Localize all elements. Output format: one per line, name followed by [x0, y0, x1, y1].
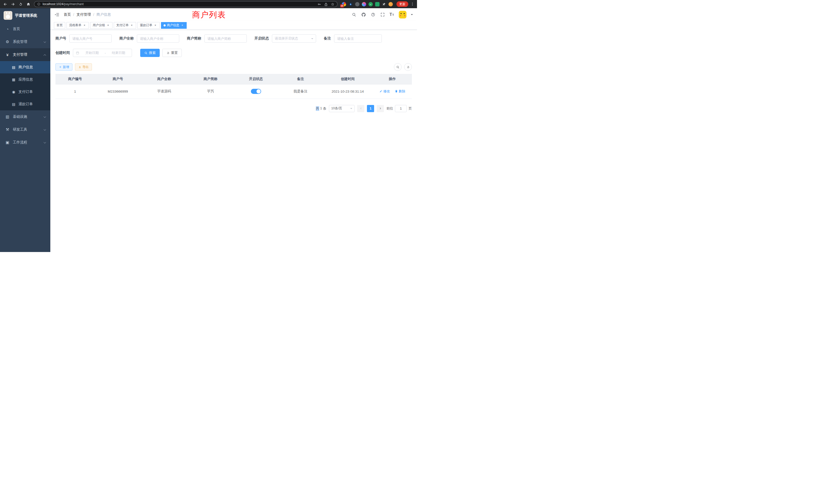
delete-button[interactable]: 删除 — [395, 89, 405, 94]
search-icon — [144, 51, 148, 55]
field-label: 开启状态 — [255, 36, 269, 41]
collapse-sidebar-button[interactable] — [54, 12, 60, 18]
menu-label: 首页 — [13, 27, 20, 31]
avatar-dropdown-caret[interactable] — [411, 14, 413, 16]
sidebar-item-pay-order[interactable]: ◉ 支付订单 — [0, 86, 50, 98]
create-time-range-picker[interactable]: 开始日期 - 结束日期 — [73, 49, 132, 57]
docs-help-button[interactable] — [371, 12, 376, 17]
sidebar-item-dev-tools[interactable]: ⚒ 研发工具 — [0, 123, 50, 136]
app-logo[interactable]: 芋道管理系统 — [0, 8, 50, 23]
breadcrumb-home[interactable]: 首页 — [64, 12, 71, 17]
tab-user-group[interactable]: 用户分组 × — [90, 22, 112, 29]
submenu-label: 商户信息 — [19, 65, 33, 70]
breadcrumb-current: 商户信息 — [96, 12, 111, 17]
merchant-short-input[interactable] — [204, 35, 247, 43]
export-button-label: 导出 — [83, 65, 89, 69]
page-1-button[interactable]: 1 — [367, 105, 374, 112]
field-label: 商户号 — [56, 36, 66, 41]
sidebar-item-payment[interactable]: ¥ 支付管理 — [0, 48, 50, 61]
kebab-menu-icon — [410, 2, 414, 6]
breadcrumb-payment[interactable]: 支付管理 — [76, 12, 91, 17]
goto-page-input[interactable] — [395, 105, 407, 112]
sidebar-menu: ◔ 首页 ⚙ 系统管理 ¥ 支付管理 ▤ 商户信息 ▦ 应用信息 — [0, 23, 50, 149]
chevron-down-icon — [44, 141, 46, 143]
tab-pay-order[interactable]: 支付订单 × — [114, 22, 136, 29]
page-size-select[interactable]: 10条/页 — [329, 105, 355, 112]
goto-page: 前往 页 — [387, 105, 412, 112]
edit-button[interactable]: 修改 — [379, 89, 390, 94]
sidebar-item-app-info[interactable]: ▦ 应用信息 — [0, 73, 50, 86]
sidebar-item-merchant-info[interactable]: ▤ 商户信息 — [0, 61, 50, 73]
close-icon[interactable]: × — [106, 24, 110, 27]
pinned-extension-icon[interactable] — [382, 2, 386, 6]
yen-icon: ¥ — [5, 53, 10, 57]
bookmark-star-icon[interactable] — [331, 2, 334, 6]
col-short-name: 商户简称 — [188, 74, 234, 84]
remark-input[interactable] — [334, 35, 382, 43]
close-icon[interactable]: × — [83, 24, 86, 27]
toolbar-right-actions — [394, 63, 412, 71]
tab-home[interactable]: 首页 — [54, 22, 65, 29]
browser-profile-avatar[interactable] — [389, 2, 393, 6]
goto-label: 前往 — [387, 106, 393, 111]
extension-icon-green-square[interactable] — [375, 2, 379, 6]
reload-button[interactable] — [17, 1, 24, 8]
status-toggle[interactable] — [251, 89, 261, 94]
url-bar[interactable]: localhost:1024/pay/merchant — [34, 1, 338, 7]
sidebar-item-workflow[interactable]: ▣ 工作流程 — [0, 136, 50, 149]
tab-refund-order[interactable]: 退款订单 × — [137, 22, 160, 29]
close-icon[interactable]: × — [130, 24, 133, 27]
cell-actions: 修改 删除 — [373, 84, 412, 98]
extension-icon-drop[interactable] — [348, 2, 353, 6]
back-button[interactable] — [2, 1, 9, 8]
github-link[interactable] — [361, 12, 366, 17]
forward-button[interactable] — [9, 1, 17, 8]
extension-icon-colorful[interactable]: 10 — [342, 2, 346, 6]
close-icon[interactable]: × — [180, 24, 184, 27]
toggle-search-button[interactable] — [394, 63, 401, 71]
cell-status — [234, 84, 278, 98]
extension-icon-dark[interactable] — [355, 2, 359, 6]
reset-button[interactable]: 重置 — [162, 49, 182, 57]
dashboard-icon: ◔ — [5, 27, 10, 31]
filter-merchant-name: 商户全称 — [119, 35, 179, 43]
fullscreen-button[interactable] — [380, 12, 385, 17]
date-separator: - — [105, 51, 106, 55]
password-key-icon[interactable] — [317, 2, 321, 6]
prev-page-button[interactable] — [357, 105, 364, 112]
search-icon — [352, 12, 356, 17]
extension-icon-gradient[interactable] — [362, 2, 366, 6]
sidebar-item-infrastructure[interactable]: ▥ 基础设施 — [0, 110, 50, 123]
chrome-update-button[interactable]: 更新 — [396, 1, 408, 7]
tab-merchant-info[interactable]: 商户信息 × — [161, 22, 187, 29]
home-button[interactable] — [25, 1, 32, 8]
next-page-button[interactable] — [377, 105, 384, 112]
browser-menu-button[interactable] — [409, 1, 415, 7]
export-button[interactable]: 导出 — [75, 63, 92, 71]
merchant-no-input[interactable] — [69, 35, 112, 43]
add-button[interactable]: 新增 — [56, 63, 72, 71]
sidebar-item-system[interactable]: ⚙ 系统管理 — [0, 36, 50, 48]
share-icon[interactable] — [324, 2, 328, 6]
sidebar-item-refund-order[interactable]: ▤ 退款订单 — [0, 98, 50, 110]
sidebar-item-home[interactable]: ◔ 首页 — [0, 23, 50, 36]
tags-view-bar: 首页 流程表单 × 用户分组 × 支付订单 × 退款订单 × 商户信息 × — [50, 21, 417, 30]
status-select[interactable]: 请选择开启状态 — [272, 35, 316, 43]
rabbit-face — [5, 14, 10, 19]
close-icon[interactable]: × — [154, 24, 157, 27]
table-row: 1 M233666999 芋道源码 芋艿 我是备注 2021-10-23 08:… — [56, 84, 412, 98]
merchant-name-input[interactable] — [137, 35, 179, 43]
header-search-button[interactable] — [352, 12, 357, 17]
search-button[interactable]: 搜索 — [140, 49, 160, 57]
cell-merchant-id: 1 — [56, 84, 95, 98]
refresh-table-button[interactable] — [404, 63, 412, 71]
cell-full-name: 芋道源码 — [141, 84, 187, 98]
font-size-button[interactable] — [390, 12, 394, 17]
user-avatar[interactable] — [399, 11, 407, 19]
workflow-icon: ▣ — [5, 140, 10, 145]
omnibox-actions — [317, 2, 336, 6]
extension-icon-green-check[interactable] — [369, 2, 373, 6]
site-info-icon[interactable] — [37, 2, 41, 6]
cell-remark: 我是备注 — [278, 84, 323, 98]
tab-process-form[interactable]: 流程表单 × — [66, 22, 89, 29]
